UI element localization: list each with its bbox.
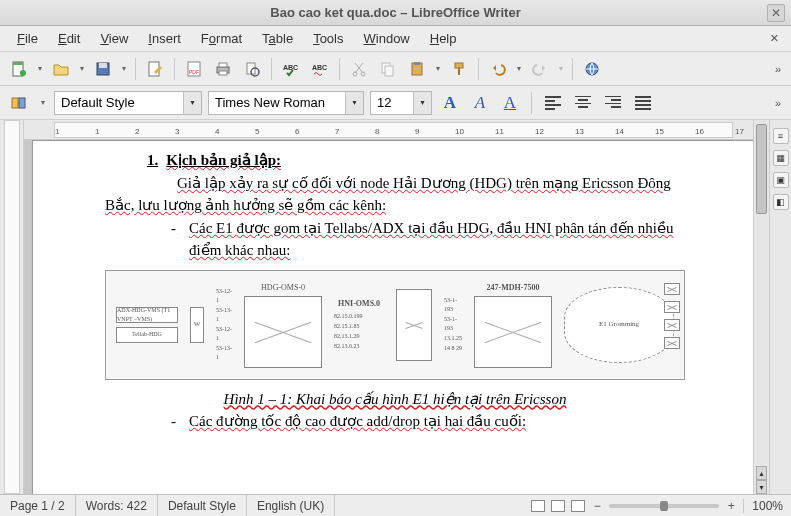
svg-rect-18 [385, 66, 393, 76]
xbox-icon [664, 337, 680, 349]
font-name-dropdown[interactable]: ▾ [345, 92, 363, 114]
svg-rect-22 [458, 68, 460, 75]
menu-table[interactable]: Table [253, 28, 302, 49]
toolbar-overflow[interactable]: » [775, 63, 785, 75]
vertical-scrollbar[interactable]: ▴ ▾ [753, 120, 769, 494]
dg-data-1: 53-12-153-13-1 53-12-153-13-1 [216, 287, 232, 362]
styles-dropdown[interactable]: ▾ [38, 98, 48, 107]
xbox-icon [664, 301, 680, 313]
status-language[interactable]: English (UK) [247, 495, 335, 516]
menu-insert[interactable]: Insert [139, 28, 190, 49]
sidebar-navigator-icon[interactable]: ◧ [773, 194, 789, 210]
new-dropdown[interactable]: ▾ [35, 64, 45, 73]
svg-rect-4 [99, 63, 107, 68]
menu-format[interactable]: Format [192, 28, 251, 49]
fmt-toolbar-overflow[interactable]: » [775, 97, 785, 109]
dg-data-3: 53-1-19353-1-193 13.1.2514 8 29 [444, 296, 462, 353]
view-book-icon[interactable] [571, 500, 585, 512]
autospell-button[interactable]: ABC [307, 56, 333, 82]
bold-button[interactable]: A [438, 91, 462, 115]
font-size-combo[interactable]: ▾ [370, 91, 432, 115]
spellcheck-button[interactable]: ABC [278, 56, 304, 82]
export-pdf-button[interactable]: PDF [181, 56, 207, 82]
hyperlink-button[interactable] [579, 56, 605, 82]
view-multi-icon[interactable] [551, 500, 565, 512]
menu-help[interactable]: Help [421, 28, 466, 49]
new-button[interactable] [6, 56, 32, 82]
styles-button[interactable] [6, 90, 32, 116]
redo-dropdown[interactable]: ▾ [556, 64, 566, 73]
zoom-out-icon[interactable]: − [591, 500, 603, 512]
document-page[interactable]: 1.Kịch bản giả lập: Giả lập xảy ra sự cố… [32, 140, 753, 494]
copy-button[interactable] [375, 56, 401, 82]
zoom-slider[interactable] [609, 504, 719, 508]
font-name-combo[interactable]: ▾ [208, 91, 364, 115]
window-title: Bao cao ket qua.doc – LibreOffice Writer [270, 5, 520, 20]
zoom-value[interactable]: 100% [743, 499, 783, 513]
svg-rect-20 [414, 62, 420, 65]
cut-button[interactable] [346, 56, 372, 82]
standard-toolbar: ▾ ▾ ▾ PDF ABC ABC ▾ ▾ ▾ » [0, 52, 791, 86]
paste-button[interactable] [404, 56, 430, 82]
align-justify-button[interactable] [631, 91, 655, 115]
svg-rect-1 [13, 62, 23, 65]
font-name-input[interactable] [209, 92, 345, 114]
align-center-button[interactable] [571, 91, 595, 115]
dg-cloud: E1 Gromming [564, 287, 674, 363]
scroll-down-icon[interactable]: ▾ [756, 480, 767, 494]
paste-dropdown[interactable]: ▾ [433, 64, 443, 73]
paragraph-1: Giả lập xảy ra sự cố đối với node Hải Dư… [105, 172, 685, 217]
menu-view[interactable]: View [91, 28, 137, 49]
close-icon[interactable]: ✕ [767, 4, 785, 22]
save-button[interactable] [90, 56, 116, 82]
dg-hdg-oms [244, 296, 322, 368]
menu-edit[interactable]: Edit [49, 28, 89, 49]
paragraph-style-input[interactable] [55, 92, 183, 114]
align-right-button[interactable] [601, 91, 625, 115]
svg-rect-9 [219, 63, 227, 67]
svg-text:PDF: PDF [189, 69, 199, 75]
svg-text:ABC: ABC [312, 64, 327, 71]
align-left-button[interactable] [541, 91, 565, 115]
titlebar: Bao cao ket qua.doc – LibreOffice Writer… [0, 0, 791, 26]
print-preview-button[interactable] [239, 56, 265, 82]
menu-tools[interactable]: Tools [304, 28, 352, 49]
view-single-icon[interactable] [531, 500, 545, 512]
font-size-input[interactable] [371, 92, 413, 114]
status-words[interactable]: Words: 422 [76, 495, 158, 516]
document-viewport[interactable]: 1.Kịch bản giả lập: Giả lập xảy ra sự cố… [24, 140, 753, 494]
menubar-close-icon[interactable]: ✕ [770, 32, 783, 45]
open-dropdown[interactable]: ▾ [77, 64, 87, 73]
dg-box-adx: ADX-HDG-VMS (T1 VNPT –VMS) [116, 307, 178, 323]
svg-rect-10 [219, 71, 227, 75]
status-page[interactable]: Page 1 / 2 [0, 495, 76, 516]
open-button[interactable] [48, 56, 74, 82]
svg-text:ABC: ABC [283, 64, 298, 71]
redo-button[interactable] [527, 56, 553, 82]
bullet-1: Các E1 được gom tại Tellabs/ADX tại đầu … [165, 217, 685, 262]
scroll-up-icon[interactable]: ▴ [756, 466, 767, 480]
underline-button[interactable]: A [498, 91, 522, 115]
paragraph-style-dropdown[interactable]: ▾ [183, 92, 201, 114]
bullet-2: Các đường tốc độ cao được add/drop tại h… [165, 410, 685, 433]
menu-file[interactable]: File [8, 28, 47, 49]
zoom-in-icon[interactable]: + [725, 500, 737, 512]
sidebar-gallery-icon[interactable]: ▣ [773, 172, 789, 188]
edit-doc-button[interactable] [142, 56, 168, 82]
work-area: 11234567891011121314151617 1.Kịch bản gi… [0, 120, 791, 494]
paragraph-style-combo[interactable]: ▾ [54, 91, 202, 115]
italic-button[interactable]: A [468, 91, 492, 115]
undo-dropdown[interactable]: ▾ [514, 64, 524, 73]
font-size-dropdown[interactable]: ▾ [413, 92, 431, 114]
horizontal-ruler[interactable]: 11234567891011121314151617 [24, 120, 753, 140]
svg-rect-24 [12, 98, 18, 108]
sidebar-styles-icon[interactable]: ▦ [773, 150, 789, 166]
clone-format-button[interactable] [446, 56, 472, 82]
status-style[interactable]: Default Style [158, 495, 247, 516]
sidebar-properties-icon[interactable]: ≡ [773, 128, 789, 144]
save-dropdown[interactable]: ▾ [119, 64, 129, 73]
menu-window[interactable]: Window [355, 28, 419, 49]
print-button[interactable] [210, 56, 236, 82]
undo-button[interactable] [485, 56, 511, 82]
vertical-ruler[interactable] [0, 120, 24, 494]
